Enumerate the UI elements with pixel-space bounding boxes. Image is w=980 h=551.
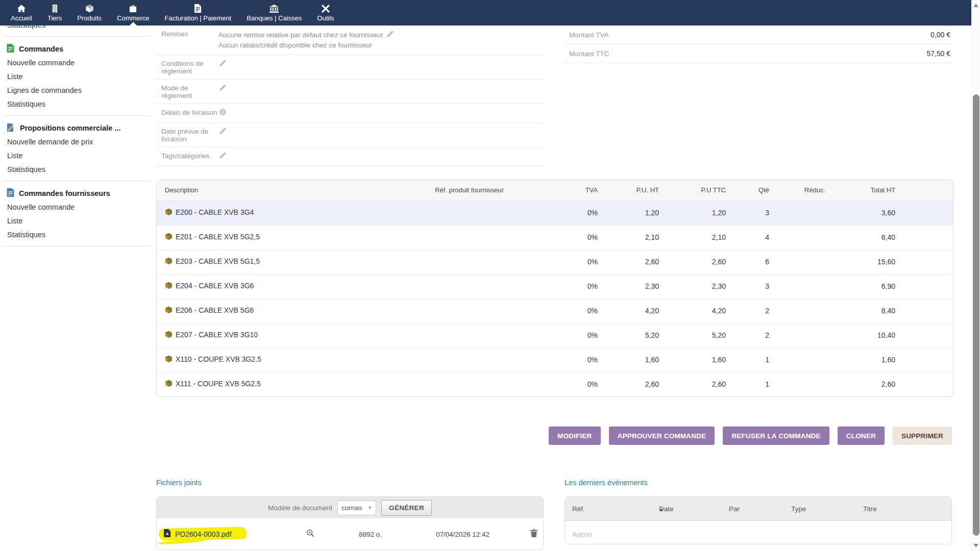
nav-item-label: Commerce bbox=[117, 14, 150, 22]
events-empty-label: Aucun bbox=[572, 531, 592, 538]
line-description-cell: X110 - COUPE XVB 3G2.5 bbox=[157, 347, 435, 372]
sidebar-item-liste[interactable]: Liste bbox=[0, 214, 153, 228]
events-column-par[interactable]: Par bbox=[729, 505, 740, 513]
spacer-cell bbox=[898, 201, 953, 225]
events-column-titre[interactable]: Titre bbox=[863, 505, 877, 513]
sidebar-item-liste[interactable]: Liste bbox=[0, 149, 153, 163]
product-ref-link[interactable]: E207 bbox=[176, 331, 192, 339]
building-icon bbox=[52, 4, 58, 13]
scrollbar-thumb[interactable] bbox=[973, 94, 979, 536]
table-row: E207 - CABLE XVB 3G100%5,205,20210,40 bbox=[157, 323, 953, 347]
field-label: Date prévue de livraison bbox=[161, 127, 218, 143]
product-ref-link[interactable]: E200 bbox=[176, 208, 192, 216]
column-header-r-duc-[interactable]: Réduc. bbox=[772, 180, 828, 201]
table-row: X110 - COUPE XVB 3G2.50%1,601,6011,60 bbox=[157, 347, 953, 372]
qty-cell: 2 bbox=[729, 298, 772, 323]
total-value: 0,00 € bbox=[930, 31, 950, 39]
pencil-icon[interactable] bbox=[219, 127, 226, 136]
total-ht-cell: 3,60 bbox=[828, 201, 898, 225]
total-row-montant-ttc: Montant TTC57,50 € bbox=[565, 44, 952, 63]
nav-item-accueil[interactable]: Accueil bbox=[3, 0, 40, 26]
spacer-cell bbox=[898, 372, 953, 396]
sidebar-item-liste[interactable]: Liste bbox=[0, 70, 153, 84]
column-header-r-f-produit-fournisseur[interactable]: Réf. produit fournisseur bbox=[435, 180, 562, 201]
scroll-up-arrow[interactable] bbox=[973, 4, 978, 7]
product-ref-link[interactable]: E204 bbox=[176, 282, 192, 290]
attachment-file-link[interactable]: PO2604-0003.pdf bbox=[175, 530, 232, 538]
nav-item-label: Banques | Caisses bbox=[247, 14, 302, 22]
field-label: Remises bbox=[161, 30, 218, 38]
column-header-description[interactable]: Description bbox=[157, 180, 435, 201]
attachments-header: Modèle de document cornas ▼ GÉNÉRER bbox=[157, 497, 543, 518]
sidebar-divider bbox=[3, 115, 150, 116]
pencil-icon[interactable] bbox=[219, 59, 226, 68]
events-column-date[interactable]: ▲Date bbox=[659, 505, 674, 513]
cloner-button[interactable]: CLONER bbox=[838, 427, 885, 445]
sidebar-item-statistiques[interactable]: Statistiques bbox=[0, 97, 153, 111]
reduc-cell bbox=[772, 201, 828, 225]
trash-icon[interactable] bbox=[530, 529, 537, 539]
supplier-ref-cell bbox=[435, 298, 562, 323]
pu-ht-cell: 1,20 bbox=[601, 201, 662, 225]
total-value: 57,50 € bbox=[926, 49, 950, 58]
sidebar-item-statistiques[interactable]: Statistiques bbox=[0, 228, 153, 242]
reduc-cell bbox=[772, 274, 828, 298]
pu-ttc-cell: 5,20 bbox=[662, 323, 729, 347]
pu-ttc-cell: 1,60 bbox=[662, 347, 729, 372]
document-model-label: Modèle de document bbox=[268, 504, 332, 512]
events-column-r-f-[interactable]: Réf. bbox=[572, 505, 585, 513]
product-ref-link[interactable]: X111 bbox=[176, 380, 191, 388]
nav-item-commerce[interactable]: Commerce bbox=[109, 0, 157, 26]
product-ref-link[interactable]: E206 bbox=[176, 306, 192, 314]
action-buttons-bar: MODIFIERAPPROUVER COMMANDEREFUSER LA COM… bbox=[549, 427, 952, 445]
product-ref-link[interactable]: E203 bbox=[176, 257, 192, 265]
total-label: Montant TTC bbox=[569, 50, 609, 58]
pu-ttc-cell: 4,20 bbox=[662, 298, 729, 323]
table-row: E206 - CABLE XVB 5G60%4,204,2028,40 bbox=[157, 298, 953, 323]
spacer-cell bbox=[898, 249, 953, 274]
column-header-total-ht[interactable]: Total HT bbox=[828, 180, 898, 201]
pencil-icon[interactable] bbox=[219, 152, 226, 160]
sidebar-item-lignes-de-commandes[interactable]: Lignes de commandes bbox=[0, 84, 153, 97]
generate-button[interactable]: GÉNÉRER bbox=[381, 500, 432, 516]
pencil-icon[interactable] bbox=[219, 84, 226, 92]
modifier-button[interactable]: MODIFIER bbox=[549, 427, 601, 445]
nav-item-label: Outils bbox=[317, 14, 334, 22]
reduc-cell bbox=[772, 225, 828, 249]
product-ref-link[interactable]: E201 bbox=[176, 233, 192, 241]
events-column-type[interactable]: Type bbox=[791, 505, 806, 513]
product-label: - COUPE XVB 5G2.5 bbox=[191, 380, 261, 388]
supprimer-button[interactable]: SUPPRIMER bbox=[893, 427, 952, 445]
sidebar-item-nouvelle-demande-de-prix[interactable]: Nouvelle demande de prix bbox=[0, 135, 153, 149]
nav-item-outils[interactable]: Outils bbox=[309, 0, 341, 26]
field-value: Aucune remise relative par défaut chez c… bbox=[218, 30, 394, 51]
product-cube-icon bbox=[165, 257, 173, 266]
nav-item-facturation-paiement[interactable]: Facturation | Paiement bbox=[157, 0, 239, 26]
sidebar-item-nouvelle-commande[interactable]: Nouvelle commande bbox=[0, 56, 153, 70]
column-header-qt-[interactable]: Qté bbox=[729, 180, 772, 201]
approuver-commande-button[interactable]: APPROUVER COMMANDE bbox=[609, 427, 715, 445]
document-model-select[interactable]: cornas ▼ bbox=[337, 500, 376, 515]
nav-item-tiers[interactable]: Tiers bbox=[40, 0, 69, 26]
pu-ttc-cell: 2,60 bbox=[662, 249, 729, 274]
scroll-down-arrow[interactable] bbox=[973, 544, 978, 547]
nav-item-banques-caisses[interactable]: Banques | Caisses bbox=[239, 0, 309, 26]
svg-text:A: A bbox=[166, 532, 169, 536]
field-row-date-prévue-de-livraison: Date prévue de livraison bbox=[156, 123, 544, 147]
product-label: - COUPE XVB 3G2.5 bbox=[192, 355, 261, 363]
column-header-tva[interactable]: TVA bbox=[562, 180, 601, 201]
refuser-la-commande-button[interactable]: REFUSER LA COMMANDE bbox=[723, 427, 829, 445]
sidebar-item-nouvelle-commande[interactable]: Nouvelle commande bbox=[0, 201, 153, 214]
field-value-text: Aucun rabais/crédit disponible chez ce f… bbox=[218, 40, 394, 51]
column-header-p-u-ht[interactable]: P.U. HT bbox=[601, 180, 662, 201]
sidebar-item-statistiques[interactable]: Statistiques bbox=[0, 163, 153, 177]
column-header-p-u-ttc[interactable]: P.U TTC bbox=[662, 180, 729, 201]
total-row-montant-tva: Montant TVA0,00 € bbox=[565, 26, 952, 44]
nav-item-produits[interactable]: Produits bbox=[69, 0, 109, 26]
preview-zoom-icon[interactable] bbox=[306, 529, 314, 539]
product-ref-link[interactable]: X110 bbox=[176, 355, 192, 363]
field-label: Délais de livraison bbox=[161, 108, 218, 116]
pencil-icon[interactable] bbox=[387, 30, 394, 40]
sidebar-section-propositions-commerciale-: Propositions commerciale ... bbox=[0, 122, 153, 134]
sidebar-section-label: Commandes fournisseurs bbox=[19, 189, 110, 197]
